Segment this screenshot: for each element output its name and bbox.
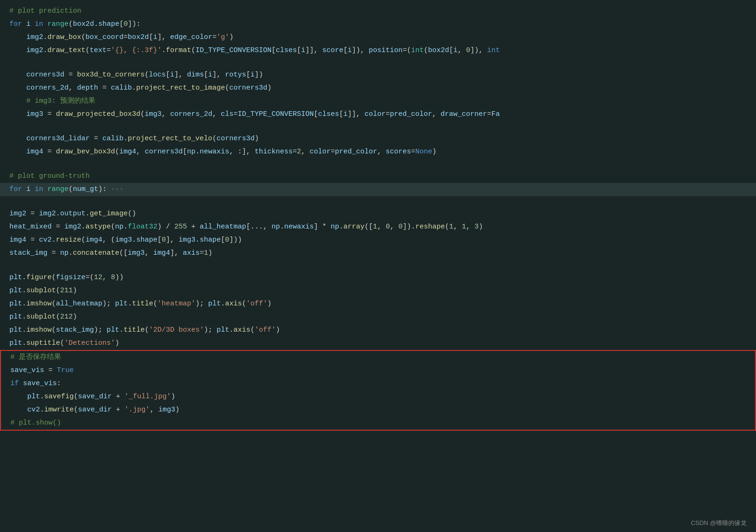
- code-line-9: img3 = draw_projected_box3d(img3, corner…: [0, 108, 756, 121]
- code-line-5: [0, 57, 756, 68]
- code-line-32: cv2.imwrite(save_dir + '.jpg', img3): [1, 403, 755, 417]
- code-line-7: corners_2d, depth = calib.project_rect_t…: [0, 82, 756, 95]
- highlighted-block: # 是否保存结果 save_vis = True if save_vis: pl…: [0, 350, 756, 431]
- code-line-33: # plt.show(): [1, 417, 755, 430]
- code-line-28: # 是否保存结果: [1, 351, 755, 364]
- code-line-19: img4 = cv2.resize(img4, (img3.shape[0], …: [0, 234, 756, 247]
- code-line-14: # plot ground-truth: [0, 170, 756, 183]
- code-line-24: plt.imshow(all_heatmap); plt.title('heat…: [0, 297, 756, 311]
- code-line-4: img2.draw_text(text='{}, {:.3f}'.format(…: [0, 44, 756, 57]
- code-line-16: [0, 196, 756, 207]
- code-line-25: plt.subplot(212): [0, 311, 756, 324]
- code-line-12: img4 = draw_bev_box3d(img4, corners3d[np…: [0, 145, 756, 159]
- code-line-21: [0, 260, 756, 271]
- code-line-23: plt.subplot(211): [0, 284, 756, 297]
- code-line-15: for i in range(num_gt): ···: [0, 183, 756, 196]
- code-line-22: plt.figure(figsize=(12, 8)): [0, 271, 756, 284]
- code-line-1: # plot prediction: [0, 5, 756, 18]
- code-line-31: plt.savefig(save_dir + '_full.jpg'): [1, 390, 755, 403]
- code-line-13: [0, 159, 756, 170]
- code-line-8: # img3: 预测的结果: [0, 95, 756, 108]
- code-line-17: img2 = img2.output.get_image(): [0, 207, 756, 220]
- code-line-2: for i in range(box2d.shape[0]):: [0, 18, 756, 31]
- code-line-30: if save_vis:: [1, 377, 755, 390]
- code-line-29: save_vis = True: [1, 364, 755, 377]
- code-line-27: plt.suptitle('Detections'): [0, 337, 756, 350]
- code-line-3: img2.draw_box(box_coord=box2d[i], edge_c…: [0, 31, 756, 44]
- code-line-10: [0, 121, 756, 132]
- code-line-20: stack_img = np.concatenate([img3, img4],…: [0, 247, 756, 260]
- code-line-26: plt.imshow(stack_img); plt.title('2D/3D …: [0, 324, 756, 337]
- code-line-6: corners3d = box3d_to_corners(locs[i], di…: [0, 68, 756, 82]
- code-line-18: heat_mixed = img2.astype(np.float32) / 2…: [0, 220, 756, 234]
- code-container: # plot prediction for i in range(box2d.s…: [0, 0, 756, 532]
- code-line-11: corners3d_lidar = calib.project_rect_to_…: [0, 132, 756, 145]
- footer-text: CSDN @嗜睡的缘龙: [691, 519, 747, 527]
